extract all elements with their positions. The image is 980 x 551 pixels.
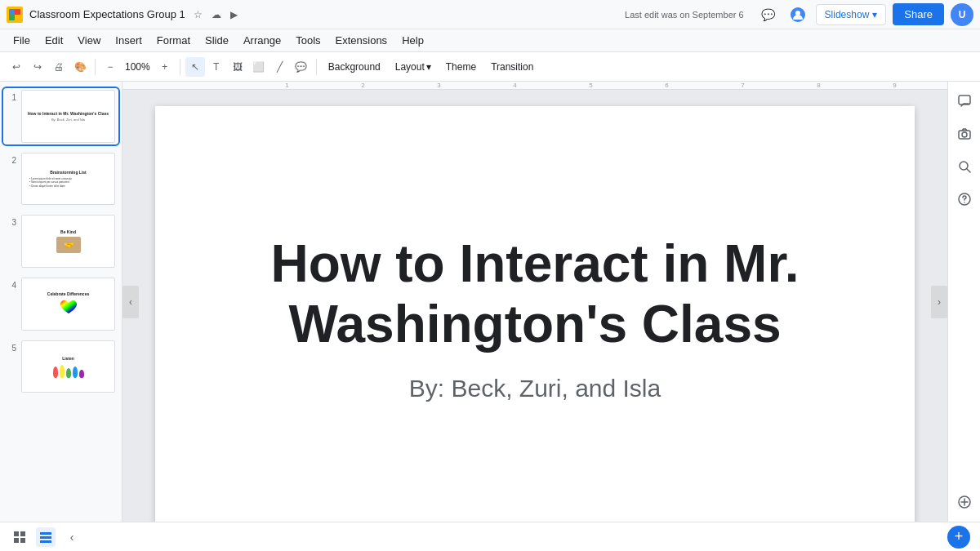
bottombar: ‹ + bbox=[0, 522, 980, 551]
menu-help[interactable]: Help bbox=[395, 33, 430, 48]
svg-rect-1 bbox=[15, 9, 20, 15]
slide-subtitle: By: Beck, Zuri, and Isla bbox=[409, 375, 661, 402]
present-icon[interactable]: ▶ bbox=[228, 8, 241, 21]
share-button[interactable]: Share bbox=[893, 3, 944, 25]
prev-slide-arrow[interactable]: ‹ bbox=[122, 286, 139, 318]
canvas-area: 1 2 3 4 5 6 7 8 9 ‹ How to Interact in M… bbox=[122, 82, 947, 522]
camera-sidebar-button[interactable] bbox=[951, 121, 978, 147]
svg-rect-19 bbox=[20, 538, 25, 543]
redo-button[interactable]: ↪ bbox=[28, 57, 47, 77]
paint-button[interactable]: 🎨 bbox=[70, 57, 90, 77]
user-avatar[interactable]: U bbox=[951, 3, 973, 26]
slide-num-5: 5 bbox=[7, 344, 16, 353]
menu-arrange[interactable]: Arrange bbox=[237, 33, 287, 48]
toolbar: ↩ ↪ 🖨 🎨 − 100% + ↖ T 🖼 ⬜ ╱ 💬 Background … bbox=[0, 52, 980, 82]
theme-action[interactable]: Theme bbox=[439, 59, 483, 75]
toolbar-separator-3 bbox=[316, 59, 317, 75]
slide-num-3: 3 bbox=[7, 218, 16, 227]
layout-action[interactable]: Layout ▾ bbox=[389, 59, 438, 75]
svg-rect-22 bbox=[40, 540, 51, 543]
undo-button[interactable]: ↩ bbox=[7, 57, 26, 77]
cursor-tool[interactable]: ↖ bbox=[185, 57, 205, 77]
toolbar-separator-1 bbox=[95, 59, 96, 75]
slide-3-title: Be Kind bbox=[60, 229, 76, 234]
svg-rect-2 bbox=[9, 15, 15, 20]
image-tool[interactable]: 🖼 bbox=[228, 57, 247, 77]
zoom-level: 100% bbox=[122, 61, 154, 73]
menubar: File Edit View Insert Format Slide Arran… bbox=[0, 29, 980, 52]
list-view-button[interactable] bbox=[36, 527, 56, 547]
slide-1-sub: By: Beck, Zuri, and Isla bbox=[51, 118, 85, 122]
background-action[interactable]: Background bbox=[322, 59, 387, 75]
menu-extensions[interactable]: Extensions bbox=[329, 33, 394, 48]
grid-view-button[interactable] bbox=[10, 527, 29, 547]
slide-4-title: Celebrate Differences bbox=[47, 291, 89, 296]
slide-thumbnail-2[interactable]: 2 Brainstorming List • Lorem ipsum dolor… bbox=[3, 151, 118, 207]
slide-preview-4: Celebrate Differences bbox=[21, 278, 115, 331]
slide-num-4: 4 bbox=[7, 281, 16, 290]
slide-2-title: Brainstorming List bbox=[50, 170, 86, 175]
svg-rect-16 bbox=[14, 531, 19, 536]
menu-edit[interactable]: Edit bbox=[38, 33, 69, 48]
slide-main-title: How to Interact in Mr. Washington's Clas… bbox=[155, 234, 915, 354]
slide-preview-3: Be Kind 🤝 bbox=[21, 215, 115, 268]
menu-file[interactable]: File bbox=[7, 33, 37, 48]
toolbar-separator-2 bbox=[180, 59, 180, 75]
slide-1-title: How to Interact in Mr. Washington's Clas… bbox=[28, 111, 109, 116]
account-button[interactable] bbox=[786, 3, 809, 26]
title-icons: ☆ ☁ ▶ bbox=[192, 8, 241, 21]
add-sidebar-button[interactable] bbox=[951, 489, 978, 515]
slide-thumbnail-1[interactable]: 1 How to Interact in Mr. Washington's Cl… bbox=[3, 88, 118, 144]
transition-action[interactable]: Transition bbox=[484, 59, 540, 75]
slide-preview-1: How to Interact in Mr. Washington's Clas… bbox=[21, 90, 115, 143]
slide-thumbnail-4[interactable]: 4 Celebrate Differences bbox=[3, 276, 118, 332]
slideshow-button[interactable]: Slideshow ▾ bbox=[816, 4, 887, 25]
shapes-tool[interactable]: ⬜ bbox=[249, 57, 269, 77]
comments-sidebar-button[interactable] bbox=[951, 88, 978, 114]
print-button[interactable]: 🖨 bbox=[49, 57, 69, 77]
slide-thumbnail-5[interactable]: 5 Listen bbox=[3, 339, 118, 395]
main-area: 1 How to Interact in Mr. Washington's Cl… bbox=[0, 82, 980, 522]
slide-num-2: 2 bbox=[7, 156, 16, 165]
add-slide-button[interactable]: + bbox=[947, 526, 970, 549]
svg-rect-0 bbox=[9, 9, 15, 15]
ruler-marks: 1 2 3 4 5 6 7 8 9 bbox=[249, 82, 933, 89]
svg-rect-17 bbox=[20, 531, 25, 536]
zoom-in-button[interactable]: + bbox=[155, 57, 175, 77]
help-sidebar-button[interactable] bbox=[951, 186, 978, 212]
svg-line-10 bbox=[967, 169, 970, 172]
document-title: Classroom Expectations Group 1 bbox=[29, 8, 185, 20]
slide-canvas[interactable]: How to Interact in Mr. Washington's Clas… bbox=[155, 106, 915, 522]
line-tool[interactable]: ╱ bbox=[270, 57, 290, 77]
svg-rect-21 bbox=[40, 536, 51, 539]
slide-5-title: Listen bbox=[62, 356, 74, 361]
svg-point-8 bbox=[962, 132, 967, 137]
horizontal-ruler: 1 2 3 4 5 6 7 8 9 bbox=[122, 82, 947, 90]
menu-insert[interactable]: Insert bbox=[109, 33, 149, 48]
text-tool[interactable]: T bbox=[207, 57, 226, 77]
right-sidebar bbox=[947, 82, 980, 522]
svg-point-12 bbox=[964, 202, 965, 203]
menu-slide[interactable]: Slide bbox=[198, 33, 235, 48]
collapse-panel-button[interactable]: ‹ bbox=[62, 527, 82, 547]
zoom-out-button[interactable]: − bbox=[100, 57, 120, 77]
svg-rect-3 bbox=[15, 15, 20, 20]
star-icon[interactable]: ☆ bbox=[192, 8, 205, 21]
next-slide-arrow[interactable]: › bbox=[931, 286, 947, 318]
slide-preview-2: Brainstorming List • Lorem ipsum dolor s… bbox=[21, 153, 115, 206]
menu-view[interactable]: View bbox=[71, 33, 107, 48]
search-sidebar-button[interactable] bbox=[951, 153, 978, 180]
menu-tools[interactable]: Tools bbox=[289, 33, 327, 48]
menu-format[interactable]: Format bbox=[150, 33, 197, 48]
slide-num-1: 1 bbox=[7, 93, 16, 102]
slide-panel: 1 How to Interact in Mr. Washington's Cl… bbox=[0, 82, 122, 522]
comment-button[interactable]: 💬 bbox=[757, 3, 780, 26]
svg-rect-18 bbox=[14, 538, 19, 543]
slide-thumbnail-3[interactable]: 3 Be Kind 🤝 bbox=[3, 213, 118, 269]
last-edit-label: Last edit was on September 6 bbox=[625, 10, 744, 20]
slideshow-arrow: ▾ bbox=[872, 9, 877, 20]
app-icon bbox=[7, 7, 23, 23]
cloud-icon[interactable]: ☁ bbox=[210, 8, 223, 21]
slideshow-label: Slideshow bbox=[825, 9, 870, 20]
comment-tool[interactable]: 💬 bbox=[292, 57, 311, 77]
